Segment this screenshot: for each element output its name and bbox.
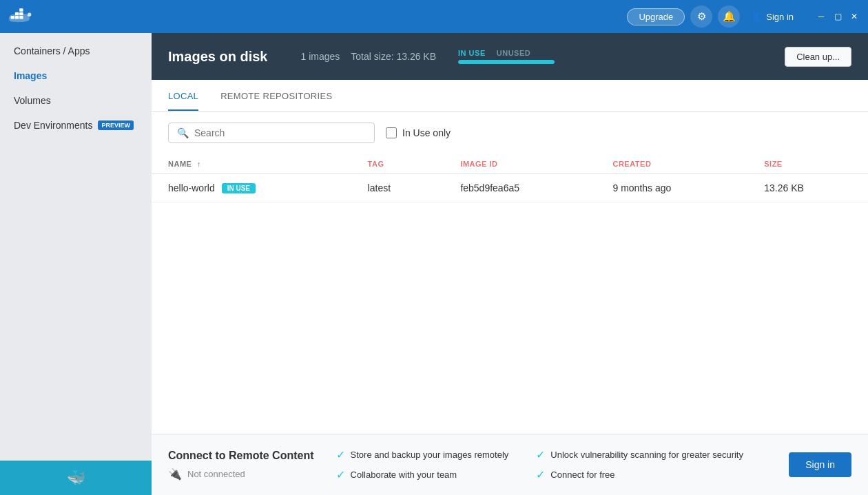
feature-text: Unlock vulnerability scanning for greate… <box>550 450 743 460</box>
table-header-row: NAME ↑ TAG IMAGE ID CREATED SIZE <box>152 154 868 174</box>
content-toolbar: 🔍 In Use only <box>152 112 868 154</box>
not-connected-icon: 🔌 <box>168 467 182 481</box>
search-icon: 🔍 <box>177 127 189 138</box>
cell-name: hello-world IN USE <box>152 174 351 202</box>
usage-bar-container: IN USE UNUSED <box>458 49 555 64</box>
check-icon: ✓ <box>336 468 345 481</box>
images-label: Images <box>14 70 47 81</box>
close-button[interactable]: ✕ <box>849 11 860 22</box>
cell-tag: latest <box>351 174 444 202</box>
feature-text: Connect for free <box>550 470 614 480</box>
maximize-button[interactable]: ▢ <box>832 11 843 22</box>
cell-size: 13.26 KB <box>747 174 868 202</box>
col-image-id: IMAGE ID <box>444 154 596 174</box>
in-use-only-filter[interactable]: In Use only <box>386 127 451 138</box>
svg-rect-5 <box>19 8 23 11</box>
user-icon: 👤 <box>751 12 762 22</box>
minimize-button[interactable]: ─ <box>816 11 827 22</box>
signin-label: Sign in <box>766 12 794 22</box>
col-created: CREATED <box>596 154 747 174</box>
docker-whale-icon <box>8 7 33 26</box>
cell-image-id: feb5d9fea6a5 <box>444 174 596 202</box>
col-tag: TAG <box>351 154 444 174</box>
check-icon: ✓ <box>336 448 345 461</box>
sidebar-nav: Containers / Apps Images Volumes Dev Env… <box>0 33 152 461</box>
check-icon: ✓ <box>536 468 545 481</box>
tab-local[interactable]: LOCAL <box>168 80 198 111</box>
header-stats: 1 images Total size: 13.26 KB <box>301 51 437 62</box>
bell-icon: 🔔 <box>723 10 736 23</box>
in-use-only-checkbox[interactable] <box>386 127 397 138</box>
unused-label: UNUSED <box>497 49 530 57</box>
sidebar-item-volumes[interactable]: Volumes <box>0 88 152 113</box>
promo-feature: ✓Unlock vulnerability scanning for great… <box>536 448 743 461</box>
main-content: Images on disk 1 images Total size: 13.2… <box>152 33 868 495</box>
sidebar-item-images[interactable]: Images <box>0 63 152 88</box>
content-scroll: 🔍 In Use only NAME ↑ <box>152 112 868 495</box>
col-size: SIZE <box>747 154 868 174</box>
content-body: LOCAL REMOTE REPOSITORIES 🔍 In Use only <box>152 80 868 495</box>
usage-labels: IN USE UNUSED <box>458 49 555 57</box>
promo-status: 🔌 Not connected <box>168 467 314 481</box>
tab-remote-repositories[interactable]: REMOTE REPOSITORIES <box>220 80 332 111</box>
feature-text: Store and backup your images remotely <box>351 450 509 460</box>
promo-left: Connect to Remote Content 🔌 Not connecte… <box>168 450 314 481</box>
dev-environments-label: Dev Environments <box>14 120 92 131</box>
sidebar: Containers / Apps Images Volumes Dev Env… <box>0 33 152 495</box>
search-box: 🔍 <box>168 123 375 143</box>
signin-area[interactable]: 👤 Sign in <box>745 9 799 25</box>
docker-bottom-icon: 🐳 <box>67 469 85 487</box>
search-input[interactable] <box>194 127 366 138</box>
promo-features: ✓Store and backup your images remotely✓C… <box>336 448 773 481</box>
upgrade-button[interactable]: Upgrade <box>627 8 685 25</box>
titlebar-controls: Upgrade ⚙ 🔔 👤 Sign in ─ ▢ ✕ <box>627 6 860 28</box>
page-title: Images on disk <box>168 49 268 65</box>
col-name: NAME ↑ <box>152 154 351 174</box>
promo-feature: ✓Collaborate with your team <box>336 468 509 481</box>
in-use-badge: IN USE <box>222 183 256 193</box>
cell-created: 9 months ago <box>596 174 747 202</box>
preview-badge: PREVIEW <box>98 120 134 130</box>
promo-col-2: ✓Unlock vulnerability scanning for great… <box>536 448 743 481</box>
promo-title: Connect to Remote Content <box>168 450 314 462</box>
sidebar-bottom: 🐳 <box>0 461 152 495</box>
in-use-only-label: In Use only <box>402 127 451 138</box>
in-use-label: IN USE <box>458 49 486 57</box>
sidebar-item-dev-environments[interactable]: Dev Environments PREVIEW <box>0 113 152 138</box>
promo-feature: ✓Connect for free <box>536 468 743 481</box>
not-connected-label: Not connected <box>187 469 245 479</box>
containers-label: Containers / Apps <box>14 45 90 56</box>
usage-bar <box>458 60 555 64</box>
promo-col-1: ✓Store and backup your images remotely✓C… <box>336 448 509 481</box>
total-size: Total size: 13.26 KB <box>351 51 436 62</box>
feature-text: Collaborate with your team <box>351 470 457 480</box>
app-body: Containers / Apps Images Volumes Dev Env… <box>0 33 868 495</box>
titlebar: Upgrade ⚙ 🔔 👤 Sign in ─ ▢ ✕ <box>0 0 868 33</box>
docker-logo <box>8 7 33 26</box>
svg-point-6 <box>28 13 31 17</box>
sort-arrow-icon: ↑ <box>197 160 201 168</box>
image-name: hello-world <box>168 182 215 193</box>
content-header: Images on disk 1 images Total size: 13.2… <box>152 33 868 80</box>
table-row[interactable]: hello-world IN USE latest feb5d9fea6a5 9… <box>152 174 868 202</box>
window-controls: ─ ▢ ✕ <box>816 11 860 22</box>
images-table: NAME ↑ TAG IMAGE ID CREATED SIZE hello-w… <box>152 154 868 202</box>
cleanup-button[interactable]: Clean up... <box>785 47 851 67</box>
promo-signin-button[interactable]: Sign in <box>789 452 851 477</box>
promo-feature: ✓Store and backup your images remotely <box>336 448 509 461</box>
usage-bar-fill <box>458 60 555 64</box>
images-count: 1 images <box>301 51 340 62</box>
notifications-button[interactable]: 🔔 <box>718 6 740 28</box>
volumes-label: Volumes <box>14 95 51 106</box>
sidebar-item-containers-apps[interactable]: Containers / Apps <box>0 39 152 63</box>
check-icon: ✓ <box>536 448 545 461</box>
promo-bar: Connect to Remote Content 🔌 Not connecte… <box>152 434 868 495</box>
gear-icon: ⚙ <box>697 10 706 23</box>
settings-button[interactable]: ⚙ <box>690 6 712 28</box>
tabs-bar: LOCAL REMOTE REPOSITORIES <box>152 80 868 112</box>
